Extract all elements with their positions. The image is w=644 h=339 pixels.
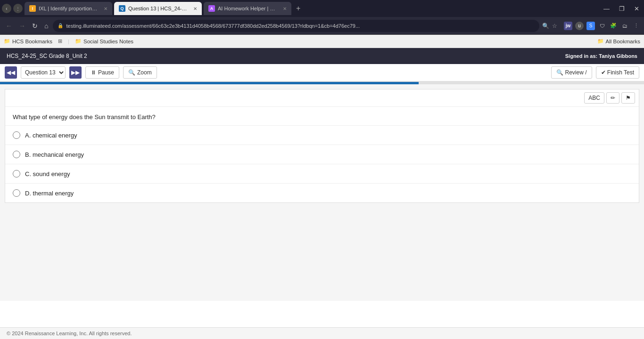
label-b: B. mechanical energy [25, 151, 84, 158]
signed-in-text: Signed in as: Taniya Gibbons [565, 53, 637, 59]
answer-option-b[interactable]: B. mechanical energy [5, 145, 639, 164]
bookmarks-bar: 📁 HCS Bookmarks ⊞ | 📁 Social Studies Not… [0, 35, 644, 48]
window-controls: — ❐ ✕ [601, 5, 642, 12]
question-card: ABC ✏ ⚑ What type of energy does the Sun… [5, 89, 639, 203]
question-text: What type of energy does the Sun transmi… [5, 107, 639, 126]
answer-option-c[interactable]: C. sound energy [5, 164, 639, 184]
lock-icon: 🔒 [58, 23, 63, 28]
minimize-button[interactable]: — [601, 5, 612, 12]
address-bar-input-wrap[interactable]: 🔒 testing.illuminateed.com/assessment/66… [53, 20, 539, 32]
extension-icons: jw u S 🛡 🧩 🗂 ⋮ [564, 22, 640, 30]
tab1-favicon: I [29, 5, 36, 12]
search-review-icon: 🔍 [556, 69, 563, 76]
flag-icon: ⚑ [626, 95, 631, 101]
bookmark-notes[interactable]: 📁 Social Studies Notes [75, 38, 133, 44]
prev-question-button[interactable]: ◀◀ [5, 66, 17, 79]
new-tab-button[interactable]: + [293, 4, 303, 13]
tab2-label: Question 13 | HCS_24-25_SC G... [128, 6, 190, 11]
tab2-favicon: Q [119, 5, 125, 12]
ext-icon-shield[interactable]: 🛡 [598, 22, 606, 30]
tab3-favicon: A [208, 5, 215, 12]
search-icon[interactable]: 🔍 [542, 23, 549, 29]
back-button[interactable]: ← [4, 21, 14, 31]
review-label: Review / [565, 69, 587, 76]
bookmark-apps[interactable]: ⊞ [58, 38, 62, 44]
address-actions: 🔍 ☆ [542, 23, 557, 29]
label-d: D. thermal energy [25, 190, 74, 197]
reload-button[interactable]: ↻ [30, 21, 40, 31]
next-question-button[interactable]: ▶▶ [69, 66, 82, 79]
radio-c[interactable] [13, 170, 20, 178]
bm-separator: | [68, 39, 69, 44]
page-title: HCS_24-25_SC Grade 8_Unit 2 [7, 53, 87, 59]
signed-in-label: Signed in as: [565, 53, 597, 59]
forward-button[interactable]: → [17, 21, 27, 31]
bookmark-apps-icon: ⊞ [58, 38, 62, 44]
flag-button[interactable]: ⚑ [621, 92, 635, 104]
radio-d[interactable] [13, 189, 20, 197]
bookmark-notes-label: Social Studies Notes [83, 39, 133, 44]
radio-a[interactable] [13, 131, 20, 139]
bookmark-hcs-icon: 📁 [4, 38, 10, 44]
tab3-label: AI Homework Helper | Quizgec... [218, 6, 279, 11]
pause-label: Pause [98, 69, 114, 76]
tab3-close[interactable]: ✕ [283, 6, 287, 11]
answer-option-a[interactable]: A. chemical energy [5, 126, 639, 145]
label-a: A. chemical energy [25, 132, 77, 139]
ext-icon-4[interactable]: 🧩 [609, 22, 618, 30]
pause-button[interactable]: ⏸ Pause [85, 66, 119, 79]
tab1-close[interactable]: ✕ [104, 6, 107, 11]
tab-bar-left: ‹ ⋮ I IXL | Identify proportional relati… [2, 2, 303, 15]
home-button[interactable]: ⌂ [42, 21, 50, 31]
pause-icon: ⏸ [91, 69, 96, 76]
page-header: HCS_24-25_SC Grade 8_Unit 2 Signed in as… [0, 48, 644, 64]
bookmark-all[interactable]: 📁 All Bookmarks [597, 38, 641, 44]
test-nav-right: 🔍 Review / ✔ Finish Test [551, 66, 639, 79]
question-selector[interactable]: Question 13 [21, 66, 66, 79]
address-bar: ← → ↻ ⌂ 🔒 testing.illuminateed.com/asses… [0, 17, 644, 35]
ext-icon-5[interactable]: 🗂 [620, 22, 629, 30]
browser-tab-question[interactable]: Q Question 13 | HCS_24-25_SC G... ✕ [114, 2, 202, 15]
finish-label: ✔ Finish Test [601, 69, 634, 76]
tab1-label: IXL | Identify proportional relati... [39, 6, 100, 11]
user-name: Taniya Gibbons [599, 53, 637, 59]
tab-back-btn[interactable]: ‹ [2, 4, 11, 13]
close-window-button[interactable]: ✕ [631, 5, 642, 12]
bookmark-hcs-label: HCS Bookmarks [12, 39, 52, 44]
tab-menu-btn[interactable]: ⋮ [13, 4, 23, 13]
abc-button[interactable]: ABC [584, 92, 604, 104]
question-area: ABC ✏ ⚑ What type of energy does the Sun… [0, 84, 644, 301]
browser-tab-ixl[interactable]: I IXL | Identify proportional relati... … [25, 2, 112, 15]
edit-icon: ✏ [611, 95, 615, 101]
bookmark-star-icon[interactable]: ☆ [552, 23, 557, 29]
bookmark-hcs[interactable]: 📁 HCS Bookmarks [4, 38, 52, 44]
tab-bar: ‹ ⋮ I IXL | Identify proportional relati… [0, 0, 644, 17]
zoom-button[interactable]: 🔍 Zoom [123, 66, 157, 79]
bookmark-all-label: All Bookmarks [606, 39, 641, 44]
ext-icon-3[interactable]: S [586, 22, 595, 30]
ext-icon-2[interactable]: u [575, 22, 584, 30]
tab2-close[interactable]: ✕ [193, 6, 197, 11]
review-button[interactable]: 🔍 Review / [551, 66, 592, 79]
zoom-icon: 🔍 [128, 69, 135, 76]
browser-menu-icon[interactable]: ⋮ [632, 22, 640, 30]
bookmark-all-icon: 📁 [597, 38, 604, 44]
ext-icon-1[interactable]: jw [564, 22, 572, 30]
answer-option-d[interactable]: D. thermal energy [5, 184, 639, 202]
bookmark-notes-icon: 📁 [75, 38, 82, 44]
finish-test-button[interactable]: ✔ Finish Test [596, 66, 639, 79]
label-c: C. sound energy [25, 170, 70, 178]
address-url: testing.illuminateed.com/assessment/66c6… [66, 23, 535, 29]
zoom-label: Zoom [137, 69, 152, 76]
maximize-button[interactable]: ❐ [616, 5, 627, 12]
browser-tab-ai[interactable]: A AI Homework Helper | Quizgec... ✕ [204, 2, 291, 15]
radio-b[interactable] [13, 151, 20, 158]
test-nav-bar: ◀◀ Question 13 ▶▶ ⏸ Pause 🔍 Zoom 🔍 Revie… [0, 64, 644, 82]
question-toolbar: ABC ✏ ⚑ [5, 89, 639, 107]
browser-chrome: ‹ ⋮ I IXL | Identify proportional relati… [0, 0, 644, 48]
edit-button[interactable]: ✏ [606, 92, 619, 104]
